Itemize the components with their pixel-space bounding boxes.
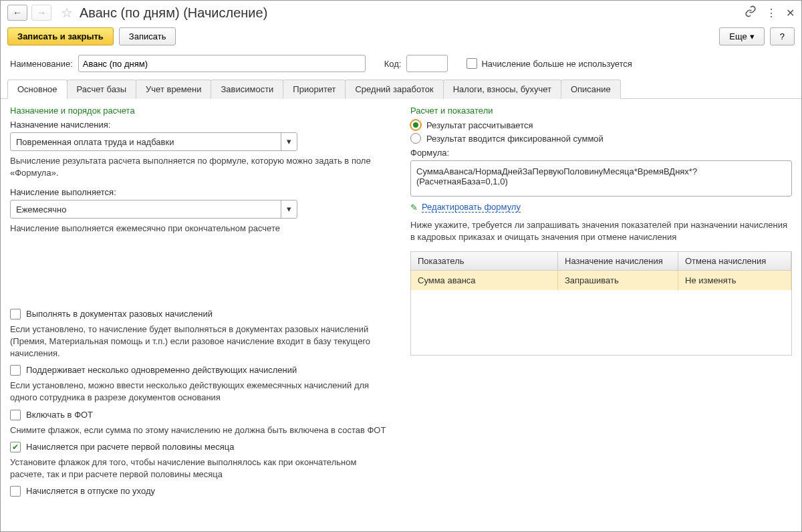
assign-hint: Вычисление результата расчета выполняетс… (10, 155, 392, 179)
chevron-down-icon: ▾ (750, 31, 755, 41)
multi-checkbox[interactable] (10, 365, 21, 376)
assign-label: Назначение начисления: (10, 120, 392, 130)
code-input[interactable] (406, 55, 448, 72)
name-label: Наименование: (10, 59, 73, 69)
name-input[interactable] (78, 55, 366, 72)
formula-label: Формула: (410, 148, 792, 158)
tab-base[interactable]: Расчет базы (67, 80, 137, 99)
tab-time[interactable]: Учет времени (136, 80, 211, 99)
link-icon[interactable] (745, 5, 757, 20)
exec-hint: Начисление выполняется ежемесячно при ок… (10, 223, 392, 235)
tab-main[interactable]: Основное (7, 80, 68, 99)
tab-priority[interactable]: Приоритет (283, 80, 346, 99)
tab-bar: Основное Расчет базы Учет времени Зависи… (1, 79, 801, 99)
grid-header[interactable]: Отмена начисления (678, 252, 791, 270)
grid-hint: Ниже укажите, требуется ли запрашивать з… (410, 219, 792, 243)
forward-button[interactable]: → (31, 5, 51, 21)
code-label: Код: (384, 59, 402, 69)
fot-checkbox[interactable] (10, 410, 21, 420)
radio-calc[interactable] (410, 120, 421, 130)
close-icon[interactable]: ✕ (786, 7, 795, 19)
save-button[interactable]: Записать (119, 27, 176, 45)
radio-fixed[interactable] (410, 133, 421, 144)
table-row[interactable]: Сумма аванса Запрашивать Не изменять (411, 271, 791, 290)
grid-header[interactable]: Назначение начисления (558, 252, 678, 270)
tab-avg[interactable]: Средний заработок (345, 80, 443, 99)
tab-desc[interactable]: Описание (561, 80, 621, 99)
help-button[interactable]: ? (770, 27, 795, 45)
edit-formula-link[interactable]: Редактировать формулу (422, 202, 521, 213)
indicators-grid: Показатель Назначение начисления Отмена … (410, 251, 792, 356)
window-title: Аванс (по дням) (Начисление) (80, 5, 741, 21)
formula-box[interactable]: СуммаАванса/НормаДнейЗаПервуюПоловинуМес… (410, 160, 792, 196)
not-used-checkbox[interactable]: Начисление больше не используется (466, 58, 632, 69)
leave-checkbox[interactable] (10, 486, 21, 497)
right-section-title: Расчет и показатели (410, 106, 792, 116)
assign-select[interactable]: Повременная оплата труда и надбавки ▾ (10, 132, 297, 151)
chevron-down-icon[interactable]: ▾ (281, 201, 297, 218)
firsthalf-checkbox[interactable]: ✔ (10, 442, 21, 452)
back-button[interactable]: ← (7, 5, 27, 21)
exec-select[interactable]: Ежемесячно ▾ (10, 200, 297, 219)
more-button[interactable]: Еще ▾ (719, 27, 764, 45)
once-checkbox[interactable] (10, 309, 21, 319)
pencil-icon: ✎ (410, 203, 418, 213)
tab-tax[interactable]: Налоги, взносы, бухучет (443, 80, 561, 99)
grid-header[interactable]: Показатель (411, 252, 558, 270)
exec-label: Начисление выполняется: (10, 187, 392, 197)
left-section-title: Назначение и порядок расчета (10, 106, 392, 116)
chevron-down-icon[interactable]: ▾ (281, 133, 297, 150)
kebab-menu-icon[interactable]: ⋮ (766, 7, 777, 19)
star-icon[interactable]: ☆ (61, 5, 73, 21)
save-close-button[interactable]: Записать и закрыть (7, 27, 114, 45)
tab-deps[interactable]: Зависимости (211, 80, 283, 99)
